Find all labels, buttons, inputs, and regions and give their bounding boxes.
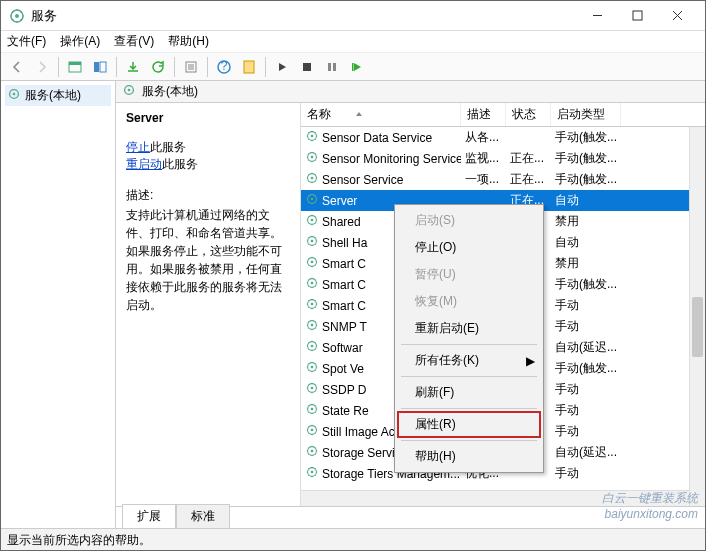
view-button[interactable] <box>63 55 87 79</box>
ctx-alltasks[interactable]: 所有任务(K)▶ <box>397 347 541 374</box>
nav-pane: 服务(本地) <box>1 81 116 528</box>
restart-svc-button[interactable] <box>345 55 369 79</box>
svg-point-16 <box>13 93 16 96</box>
menu-help[interactable]: 帮助(H) <box>168 33 209 50</box>
minimize-button[interactable] <box>577 2 617 30</box>
maximize-button[interactable] <box>617 2 657 30</box>
gear-icon <box>305 465 319 482</box>
vertical-scrollbar[interactable] <box>689 127 705 506</box>
svc-desc: 从各... <box>461 127 506 148</box>
gear-icon <box>7 87 21 104</box>
gear-icon <box>305 192 319 209</box>
svc-name: Shell Ha <box>322 236 367 250</box>
svc-name: Smart C <box>322 299 366 313</box>
gear-icon <box>305 171 319 188</box>
forward-button[interactable] <box>30 55 54 79</box>
svc-start: 禁用 <box>551 253 621 274</box>
ctx-restart[interactable]: 重新启动(E) <box>397 315 541 342</box>
refresh-button[interactable] <box>146 55 170 79</box>
ctx-help[interactable]: 帮助(H) <box>397 443 541 470</box>
svc-name: Server <box>322 194 357 208</box>
gear-icon <box>305 444 319 461</box>
col-status[interactable]: 状态 <box>506 103 551 126</box>
svc-start: 手动 <box>551 421 621 442</box>
titlebar: 服务 <box>1 1 705 31</box>
ctx-properties[interactable]: 属性(R) <box>397 411 541 438</box>
desc-text: 支持此计算机通过网络的文件、打印、和命名管道共享。如果服务停止，这些功能不可用。… <box>126 206 290 314</box>
export-list-button[interactable] <box>179 55 203 79</box>
col-desc[interactable]: 描述 <box>461 103 506 126</box>
pause-svc-button[interactable] <box>320 55 344 79</box>
svc-start: 手动 <box>551 379 621 400</box>
gear-icon <box>305 129 319 146</box>
help-button[interactable]: ? <box>212 55 236 79</box>
svc-desc: 监视... <box>461 148 506 169</box>
window-title: 服务 <box>31 7 577 25</box>
watermark: 白云一键重装系统 baiyunxitong.com <box>602 490 698 521</box>
gear-icon <box>305 297 319 314</box>
scroll-thumb[interactable] <box>692 297 703 357</box>
svc-name: Softwar <box>322 341 363 355</box>
svg-text:?: ? <box>221 60 228 73</box>
details-button[interactable] <box>88 55 112 79</box>
ctx-start: 启动(S) <box>397 207 541 234</box>
table-row[interactable]: Sensor Data Service从各...手动(触发... <box>301 127 705 148</box>
col-start[interactable]: 启动类型 <box>551 103 621 126</box>
list-header: 名称 描述 状态 启动类型 <box>301 103 705 127</box>
start-svc-button[interactable] <box>270 55 294 79</box>
svg-rect-4 <box>69 62 81 65</box>
svc-name: Smart C <box>322 278 366 292</box>
app-icon <box>9 8 25 24</box>
svc-start: 自动 <box>551 190 621 211</box>
properties-button[interactable] <box>237 55 261 79</box>
menu-action[interactable]: 操作(A) <box>60 33 100 50</box>
svg-point-26 <box>311 198 314 201</box>
svg-rect-14 <box>352 63 354 71</box>
sort-asc-icon <box>355 111 363 119</box>
svg-point-18 <box>128 89 131 92</box>
gear-icon <box>305 255 319 272</box>
ctx-stop[interactable]: 停止(O) <box>397 234 541 261</box>
svc-name: Sensor Service <box>322 173 403 187</box>
svc-start: 手动 <box>551 400 621 421</box>
close-button[interactable] <box>657 2 697 30</box>
nav-label: 服务(本地) <box>25 87 81 104</box>
col-name[interactable]: 名称 <box>301 103 461 126</box>
menu-view[interactable]: 查看(V) <box>114 33 154 50</box>
back-button[interactable] <box>5 55 29 79</box>
tab-extended[interactable]: 扩展 <box>122 504 176 528</box>
svc-name: State Re <box>322 404 369 418</box>
stop-link[interactable]: 停止 <box>126 140 150 154</box>
svg-point-24 <box>311 177 314 180</box>
svc-name: Smart C <box>322 257 366 271</box>
stop-svc-button[interactable] <box>295 55 319 79</box>
gear-icon <box>122 83 136 100</box>
restart-link[interactable]: 重启动 <box>126 157 162 171</box>
svc-name: SSDP D <box>322 383 366 397</box>
gear-icon <box>305 381 319 398</box>
main-title: 服务(本地) <box>142 83 198 100</box>
export-button[interactable] <box>121 55 145 79</box>
toolbar: ? <box>1 53 705 81</box>
svc-status <box>506 136 551 140</box>
nav-services-local[interactable]: 服务(本地) <box>5 85 111 106</box>
ctx-pause: 暂停(U) <box>397 261 541 288</box>
tab-standard[interactable]: 标准 <box>176 504 230 528</box>
svc-name: Shared <box>322 215 361 229</box>
svc-start: 自动(延迟... <box>551 442 621 463</box>
svc-desc <box>461 199 506 203</box>
svg-rect-10 <box>244 61 254 73</box>
gear-icon <box>305 423 319 440</box>
gear-icon <box>305 360 319 377</box>
svc-name: Sensor Monitoring Service <box>322 152 461 166</box>
svg-point-42 <box>311 366 314 369</box>
ctx-refresh[interactable]: 刷新(F) <box>397 379 541 406</box>
svc-status: 正在... <box>506 169 551 190</box>
table-row[interactable]: Sensor Monitoring Service监视...正在...手动(触发… <box>301 148 705 169</box>
table-row[interactable]: Sensor Service一项...正在...手动(触发... <box>301 169 705 190</box>
menu-file[interactable]: 文件(F) <box>7 33 46 50</box>
gear-icon <box>305 339 319 356</box>
gear-icon <box>305 213 319 230</box>
ctx-resume: 恢复(M) <box>397 288 541 315</box>
svg-point-46 <box>311 408 314 411</box>
